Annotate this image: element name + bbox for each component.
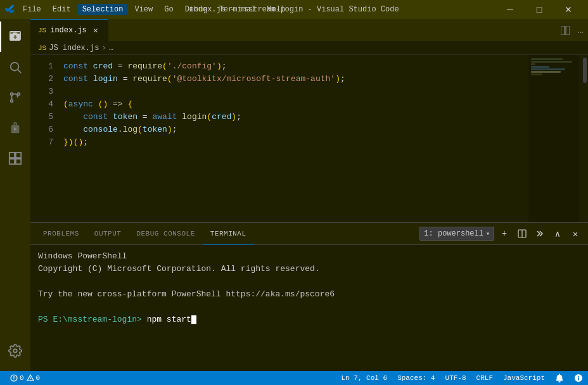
terminal-prompt: PS E:\msstream-login> <box>38 315 142 324</box>
status-bar-left: 0 0 <box>0 371 50 385</box>
more-actions-button[interactable]: … <box>573 19 588 41</box>
menu-selection[interactable]: Selection <box>77 4 129 15</box>
status-encoding[interactable]: UTF-8 <box>440 371 471 385</box>
terminal-dropdown-icon: ▾ <box>486 230 490 237</box>
terminal-line-5 <box>38 301 580 313</box>
vscode-logo <box>5 4 15 15</box>
menu-edit[interactable]: Edit <box>48 4 76 15</box>
terminal-panel: PROBLEMS OUTPUT DEBUG CONSOLE TERMINAL 1… <box>30 222 588 371</box>
terminal-selector[interactable]: 1: powershell ▾ <box>419 227 494 241</box>
maximize-button[interactable]: □ <box>525 0 554 19</box>
tab-close-button[interactable]: ✕ <box>91 25 101 35</box>
svg-point-20 <box>30 380 30 381</box>
editor-layout-button[interactable] <box>558 19 573 41</box>
svg-rect-12 <box>561 26 565 35</box>
terminal-line-1: Windows PowerShell <box>38 250 580 263</box>
breadcrumb-filename: JS index.js <box>49 44 99 53</box>
terminal-command: npm start <box>142 315 191 324</box>
activity-bar-bottom <box>0 336 30 371</box>
terminal-content[interactable]: Windows PowerShell Copyright (C) Microso… <box>30 245 588 371</box>
panel-tabs: PROBLEMS OUTPUT DEBUG CONSOLE TERMINAL 1… <box>30 223 588 245</box>
svg-point-4 <box>18 93 20 96</box>
code-editor[interactable]: 1 2 3 4 5 6 7 const cred = require('./co… <box>30 55 588 222</box>
tab-debug-console[interactable]: DEBUG CONSOLE <box>129 223 202 245</box>
panel-actions: 1: powershell ▾ + ∧ ✕ <box>419 226 583 241</box>
code-line-4: (async () => { <box>63 98 528 111</box>
close-panel-button[interactable]: ✕ <box>568 226 583 241</box>
window-title: index.js - msstream-login - Visual Studi… <box>189 5 399 14</box>
terminal-line-2: Copyright (C) Microsoft Corporation. All… <box>38 263 580 275</box>
menu-go[interactable]: Go <box>159 4 178 15</box>
maximize-panel-button[interactable]: ∧ <box>550 226 565 241</box>
status-feedback-icon[interactable] <box>569 371 588 385</box>
terminal-line-4: Try the new cross-platform PowerShell ht… <box>38 288 580 301</box>
warning-count: 0 <box>36 374 41 382</box>
status-notification-icon[interactable] <box>550 371 569 385</box>
terminal-line-3 <box>38 275 580 288</box>
status-line-ending[interactable]: CRLF <box>471 371 498 385</box>
menu-view[interactable]: View <box>129 4 158 15</box>
code-line-2: const login = require('@toolkitx/microso… <box>63 73 528 85</box>
code-content[interactable]: const cred = require('./config'); const … <box>61 55 528 222</box>
tab-problems[interactable]: PROBLEMS <box>35 223 87 245</box>
editor-terminal-container: 1 2 3 4 5 6 7 const cred = require('./co… <box>30 55 588 371</box>
status-bar: 0 0 Ln 7, Col 6 Spaces: 4 UTF-8 CRLF Jav… <box>0 371 588 385</box>
warning-indicator: 0 <box>27 374 41 382</box>
svg-rect-8 <box>16 153 21 158</box>
status-language[interactable]: JavaScript <box>498 371 550 385</box>
svg-rect-10 <box>16 159 21 164</box>
editor-tab-index-js[interactable]: JS index.js ✕ <box>30 19 108 41</box>
kill-terminal-button[interactable] <box>532 226 547 241</box>
settings-activity-icon[interactable] <box>0 336 30 366</box>
scroll-thumb[interactable] <box>583 58 587 83</box>
tab-terminal[interactable]: TERMINAL <box>203 223 254 245</box>
main-layout: JS index.js ✕ … JS JS index.js › … 1 2 <box>0 19 588 371</box>
terminal-prompt-line: PS E:\msstream-login> npm start <box>38 313 580 326</box>
svg-rect-13 <box>566 26 570 35</box>
debug-activity-icon[interactable] <box>0 113 30 143</box>
svg-point-11 <box>13 349 17 353</box>
activity-bar <box>0 19 30 371</box>
tab-output[interactable]: OUTPUT <box>87 223 129 245</box>
scroll-track[interactable] <box>579 55 588 222</box>
window-controls: ─ □ ✕ <box>495 0 583 19</box>
svg-point-1 <box>11 63 19 71</box>
new-terminal-button[interactable]: + <box>497 226 512 241</box>
terminal-cursor <box>191 315 196 324</box>
breadcrumb: JS JS index.js › … <box>30 41 588 55</box>
breadcrumb-separator: › <box>101 44 106 53</box>
status-bar-right: Ln 7, Col 6 Spaces: 4 UTF-8 CRLF JavaScr… <box>336 371 588 385</box>
title-bar: File Edit Selection View Go Debug Termin… <box>0 0 588 19</box>
explorer-activity-icon[interactable] <box>0 22 30 52</box>
extensions-activity-icon[interactable] <box>0 143 30 174</box>
code-line-7: })(); <box>63 136 528 149</box>
svg-point-18 <box>13 379 14 380</box>
line-numbers: 1 2 3 4 5 6 7 <box>30 55 61 222</box>
js-file-icon: JS <box>38 27 46 34</box>
terminal-selector-label: 1: powershell <box>424 229 483 238</box>
code-line-1: const cred = require('./config'); <box>63 60 528 73</box>
error-indicator: 0 <box>10 374 24 382</box>
status-errors[interactable]: 0 0 <box>5 371 45 385</box>
code-line-3 <box>63 85 528 98</box>
split-terminal-button[interactable] <box>514 226 530 241</box>
source-control-activity-icon[interactable] <box>0 82 30 113</box>
status-position[interactable]: Ln 7, Col 6 <box>336 371 393 385</box>
status-spaces[interactable]: Spaces: 4 <box>392 371 440 385</box>
code-line-6: console.log(token); <box>63 123 528 136</box>
close-button[interactable]: ✕ <box>554 0 583 19</box>
minimap <box>528 55 579 222</box>
svg-rect-9 <box>10 159 15 164</box>
minimize-button[interactable]: ─ <box>495 0 525 19</box>
menu-file[interactable]: File <box>18 4 46 15</box>
svg-rect-7 <box>10 153 15 158</box>
search-activity-icon[interactable] <box>0 52 30 82</box>
tab-filename: index.js <box>50 26 87 35</box>
breadcrumb-path: … <box>109 44 113 53</box>
breadcrumb-js-icon: JS <box>38 44 46 52</box>
editor-area: JS index.js ✕ … JS JS index.js › … 1 2 <box>30 19 588 371</box>
tab-bar: JS index.js ✕ … <box>30 19 588 41</box>
svg-point-3 <box>11 93 13 96</box>
svg-line-2 <box>18 70 21 73</box>
error-count: 0 <box>20 374 24 382</box>
